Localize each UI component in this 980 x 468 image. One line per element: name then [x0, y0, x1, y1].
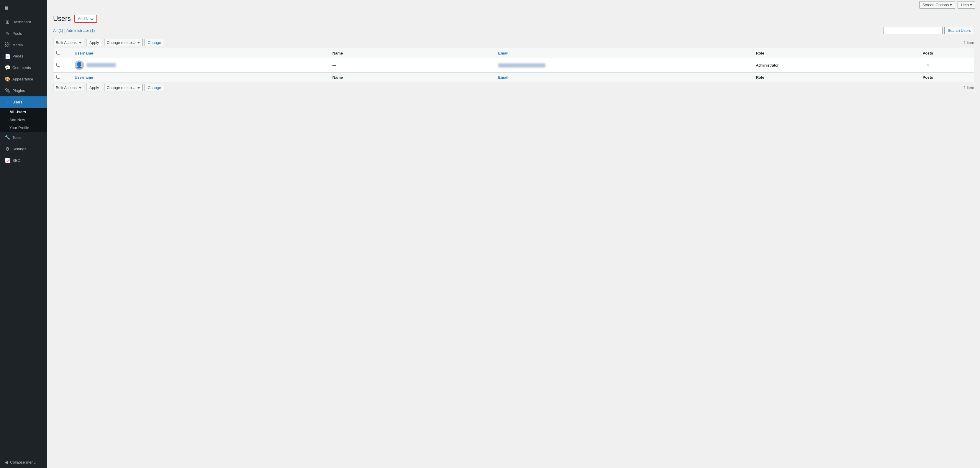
username-sort-link[interactable]: Username	[75, 51, 93, 56]
page-header: Users Add New	[53, 15, 974, 23]
collapse-menu[interactable]: ◀ Collapse menu	[0, 457, 47, 468]
sidebar-item-pages[interactable]: 📄 Pages	[0, 51, 47, 62]
media-icon: 🖼	[5, 42, 10, 48]
sidebar-item-tools[interactable]: 🔧 Tools	[0, 132, 47, 143]
email-sort-link[interactable]: Email	[498, 51, 509, 56]
main-content: Screen Options ▾ Help ▾ Users Add New Al…	[47, 0, 980, 468]
sidebar-item-comments[interactable]: 💬 Comments	[0, 62, 47, 73]
username-value	[86, 63, 116, 67]
filter-administrator-link[interactable]: Administrator (1)	[66, 28, 95, 33]
filter-all-link[interactable]: All (1)	[53, 28, 63, 33]
username-footer-sort-link[interactable]: Username	[75, 75, 93, 79]
col-footer-email: Email	[495, 73, 753, 82]
item-count-top: 1 item	[964, 40, 974, 45]
screen-options-button[interactable]: Screen Options ▾	[919, 1, 956, 8]
collapse-icon: ◀	[5, 460, 8, 465]
change-role-bottom-select[interactable]: Change role to...	[104, 84, 143, 91]
dashboard-icon: ⊞	[5, 19, 10, 25]
row-posts-cell: 4	[882, 58, 974, 73]
sidebar-item-appearance[interactable]: 🎨 Appearance	[0, 73, 47, 85]
sidebar-item-media[interactable]: 🖼 Media	[0, 39, 47, 51]
email-value	[498, 63, 546, 68]
sidebar-item-seo[interactable]: 📈 SEO	[0, 155, 47, 166]
filter-bar: All (1) | Administrator (1) Search Users	[53, 27, 974, 34]
search-users-button[interactable]: Search Users	[944, 27, 974, 34]
email-footer-sort-link[interactable]: Email	[498, 75, 509, 79]
page-content: Users Add New All (1) | Administrator (1…	[47, 10, 980, 468]
apply-top-button[interactable]: Apply	[86, 39, 102, 46]
tools-icon: 🔧	[5, 135, 10, 140]
select-all-checkbox[interactable]	[56, 51, 60, 54]
users-submenu: All Users Add New Your Profile	[0, 108, 47, 132]
appearance-icon: 🎨	[5, 76, 10, 82]
bulk-actions-bottom-select[interactable]: Bulk Actions	[53, 84, 84, 91]
filter-links: All (1) | Administrator (1)	[53, 28, 95, 33]
filter-separator: |	[64, 28, 65, 33]
table-footer-row: Username Name Email Role Posts	[53, 73, 974, 82]
role-value: Administrator	[756, 63, 778, 68]
avatar-icon: 👤	[76, 62, 83, 69]
chevron-down-icon: ▾	[970, 3, 972, 7]
col-header-check	[53, 48, 72, 58]
col-footer-name: Name	[329, 73, 495, 82]
posts-icon: ✎	[5, 31, 10, 36]
row-name-cell: —	[329, 58, 495, 73]
row-username-cell: 👤	[72, 58, 329, 73]
change-top-button[interactable]: Change	[145, 39, 165, 46]
col-footer-check	[53, 73, 72, 82]
add-new-button[interactable]: Add New	[74, 15, 97, 23]
row-check-cell	[53, 58, 72, 73]
toolbar-top: Bulk Actions Apply Change role to... Cha…	[53, 37, 974, 48]
topbar: Screen Options ▾ Help ▾	[47, 0, 980, 10]
item-count-bottom: 1 item	[964, 86, 974, 90]
sidebar-item-plugins[interactable]: 🔌 Plugins	[0, 85, 47, 96]
bulk-actions-top-select[interactable]: Bulk Actions	[53, 39, 84, 46]
avatar: 👤	[75, 60, 84, 70]
sidebar-item-posts[interactable]: ✎ Posts	[0, 28, 47, 39]
plugins-icon: 🔌	[5, 88, 10, 94]
pages-icon: 📄	[5, 53, 10, 59]
seo-icon: 📈	[5, 158, 10, 163]
row-role-cell: Administrator	[753, 58, 882, 73]
sidebar-item-users[interactable]: 👤 Users	[0, 96, 47, 108]
sidebar-submenu-add-new[interactable]: Add New	[0, 116, 47, 124]
sidebar: ■ ⊞ Dashboard ✎ Posts 🖼 Media 📄 Pages 💬 …	[0, 0, 47, 468]
name-value: —	[332, 63, 336, 68]
col-header-name: Name	[329, 48, 495, 58]
comments-icon: 💬	[5, 65, 10, 70]
select-all-footer-checkbox[interactable]	[56, 75, 60, 79]
col-header-role: Role	[753, 48, 882, 58]
sidebar-item-settings[interactable]: ⚙ Settings	[0, 143, 47, 155]
col-header-posts: Posts	[882, 48, 974, 58]
col-footer-username: Username	[72, 73, 329, 82]
table-header-row: Username Name Email Role Posts	[53, 48, 974, 58]
page-title: Users	[53, 15, 71, 23]
posts-count-link[interactable]: 4	[927, 63, 929, 68]
col-header-email: Email	[495, 48, 753, 58]
settings-icon: ⚙	[5, 146, 10, 152]
apply-bottom-button[interactable]: Apply	[86, 84, 102, 91]
sidebar-logo: ■	[0, 0, 47, 16]
table-row: 👤 — Administrator	[53, 58, 974, 73]
sidebar-submenu-your-profile[interactable]: Your Profile	[0, 124, 47, 132]
chevron-down-icon: ▾	[950, 3, 952, 7]
sidebar-item-dashboard[interactable]: ⊞ Dashboard	[0, 16, 47, 28]
change-role-top-select[interactable]: Change role to...	[104, 39, 143, 46]
search-box: Search Users	[883, 27, 974, 34]
users-table: Username Name Email Role Posts	[53, 48, 974, 82]
row-email-cell	[495, 58, 753, 73]
col-footer-role: Role	[753, 73, 882, 82]
search-users-input[interactable]	[883, 27, 943, 34]
col-footer-posts: Posts	[882, 73, 974, 82]
change-bottom-button[interactable]: Change	[145, 84, 165, 91]
sidebar-submenu-all-users[interactable]: All Users	[0, 108, 47, 116]
col-header-username: Username	[72, 48, 329, 58]
help-button[interactable]: Help ▾	[958, 1, 975, 8]
row-checkbox[interactable]	[56, 63, 60, 67]
users-icon: 👤	[5, 99, 10, 105]
toolbar-bottom: Bulk Actions Apply Change role to... Cha…	[53, 82, 974, 93]
users-table-wrapper: Username Name Email Role Posts	[53, 48, 974, 82]
